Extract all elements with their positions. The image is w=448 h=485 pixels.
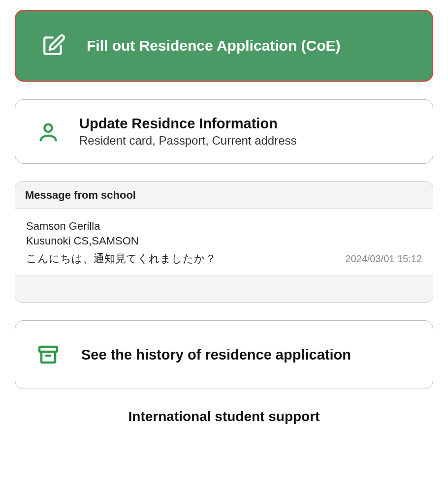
update-residence-text: Update Residnce Information Resident car…	[79, 116, 297, 148]
edit-icon	[40, 32, 67, 59]
fill-residence-application-label: Fill out Residence Application (CoE)	[87, 37, 341, 54]
person-icon	[35, 119, 62, 145]
history-residence-label: See the history of residence application	[81, 347, 351, 363]
message-footer	[15, 275, 433, 302]
archive-icon	[35, 341, 62, 368]
footer-heading: International student support	[15, 409, 433, 424]
svg-point-0	[44, 124, 52, 131]
update-residence-subtitle: Resident card, Passport, Current address	[79, 134, 297, 148]
message-timestamp: 2024/03/01 15:12	[345, 253, 422, 265]
message-item[interactable]: Samson Gerilla Kusunoki CS,SAMSON こんにちは、…	[15, 209, 433, 275]
history-residence-application-button[interactable]: See the history of residence application	[15, 320, 433, 389]
message-header: Message from school	[15, 182, 433, 209]
message-sender-name: Samson Gerilla	[26, 220, 422, 233]
update-residence-info-button[interactable]: Update Residnce Information Resident car…	[15, 99, 433, 164]
update-residence-title: Update Residnce Information	[79, 116, 297, 132]
fill-residence-application-button[interactable]: Fill out Residence Application (CoE)	[15, 10, 433, 82]
message-content: こんにちは、通知見てくれましたか？	[26, 251, 216, 266]
message-from-school-box: Message from school Samson Gerilla Kusun…	[15, 182, 433, 303]
message-sender-org: Kusunoki CS,SAMSON	[26, 235, 422, 247]
